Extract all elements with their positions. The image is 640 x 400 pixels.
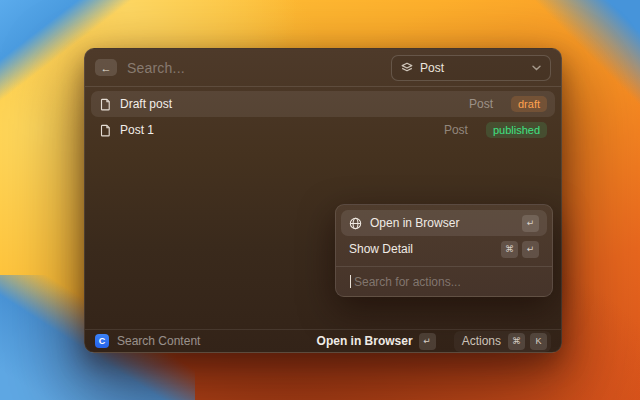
- action-show-detail[interactable]: Show Detail ⌘ ↵: [341, 236, 547, 262]
- actions-label: Actions: [462, 334, 501, 348]
- back-button[interactable]: ←: [95, 59, 117, 76]
- action-search-input[interactable]: Search for actions...: [341, 267, 547, 296]
- primary-action-label: Open in Browser: [317, 334, 413, 348]
- command-key-icon: ⌘: [501, 241, 518, 258]
- action-shortcut: ⌘ ↵: [501, 241, 539, 258]
- list-item-post-1[interactable]: Post 1 Post published: [91, 117, 555, 143]
- actions-menu-button[interactable]: Actions ⌘ K: [454, 331, 551, 352]
- search-input[interactable]: Search...: [127, 60, 381, 76]
- k-key-icon: K: [530, 333, 547, 350]
- collection-icon: [401, 62, 413, 74]
- status-badge: draft: [511, 96, 547, 112]
- extension-name: Search Content: [117, 334, 309, 348]
- document-icon: [99, 98, 112, 111]
- status-bar: C Search Content Open in Browser ↵ Actio…: [85, 329, 561, 352]
- item-title: Post 1: [120, 123, 436, 137]
- search-header: ← Search... Post: [85, 49, 561, 87]
- return-key-icon: ↵: [419, 333, 436, 350]
- item-type-accessory: Post: [444, 123, 468, 137]
- action-search-placeholder: Search for actions...: [354, 275, 461, 289]
- back-arrow-icon: ←: [101, 62, 112, 74]
- action-panel: Open in Browser ↵ Show Detail ⌘ ↵ Search…: [335, 204, 553, 297]
- return-key-icon: ↵: [522, 215, 539, 232]
- command-key-icon: ⌘: [508, 333, 525, 350]
- list-item-draft-post[interactable]: Draft post Post draft: [91, 91, 555, 117]
- item-type-accessory: Post: [469, 97, 493, 111]
- status-badge: published: [486, 122, 547, 138]
- return-key-icon: ↵: [522, 241, 539, 258]
- chevron-down-icon: [532, 65, 541, 71]
- text-cursor: [350, 275, 351, 288]
- command-palette-window: ← Search... Post: [84, 48, 562, 353]
- content-type-dropdown[interactable]: Post: [391, 55, 551, 81]
- primary-action-button[interactable]: Open in Browser ↵: [317, 333, 436, 350]
- action-label: Open in Browser: [370, 216, 514, 230]
- action-shortcut: ↵: [522, 215, 539, 232]
- globe-icon: [349, 217, 362, 230]
- results-list: Draft post Post draft Post 1 Post publis…: [85, 87, 561, 329]
- item-title: Draft post: [120, 97, 461, 111]
- action-open-in-browser[interactable]: Open in Browser ↵: [341, 210, 547, 236]
- document-icon: [99, 124, 112, 137]
- action-label: Show Detail: [349, 242, 493, 256]
- content-app-icon: C: [95, 334, 109, 348]
- dropdown-value: Post: [420, 61, 525, 75]
- desktop: ← Search... Post: [0, 0, 640, 400]
